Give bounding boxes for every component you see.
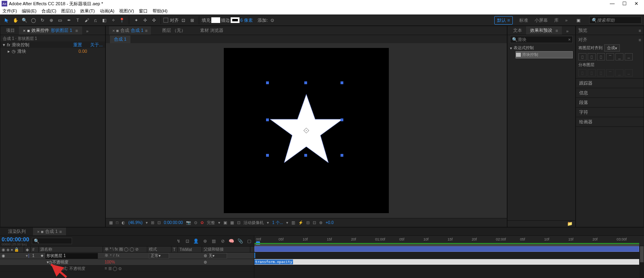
handle-bm[interactable]	[304, 154, 307, 157]
zoom-tool[interactable]: 🔍	[21, 17, 28, 24]
menu-animation[interactable]: 动画(A)	[100, 8, 115, 14]
workspace-overflow-icon[interactable]: »	[565, 18, 568, 23]
info-panel[interactable]: 信息	[576, 88, 644, 98]
render-queue-tab[interactable]: 渲染队列	[4, 228, 30, 235]
snap-ext-icon[interactable]: ⊞	[188, 17, 196, 24]
help-search[interactable]: 🔍 搜索帮助	[589, 17, 642, 24]
align-vcenter-button[interactable]: ⎯	[615, 53, 623, 60]
attachment-icon[interactable]: 📎	[237, 238, 244, 244]
show-snapshot-icon[interactable]: ⊙	[194, 220, 197, 225]
alpha-icon[interactable]: ◐	[122, 220, 125, 225]
comp-subtab[interactable]: 合成 1	[110, 35, 130, 43]
ep-folder-icon[interactable]: 📁	[567, 221, 573, 226]
handle-tl[interactable]	[266, 81, 269, 84]
hand-tool[interactable]: ✋	[12, 17, 19, 24]
stamp-tool[interactable]: ⎌	[92, 17, 99, 24]
handle-tr[interactable]	[341, 81, 343, 84]
twirl-closed-icon[interactable]: ▸	[8, 49, 10, 54]
align-bottom-button[interactable]: ⎽	[625, 53, 633, 60]
align-right-button[interactable]: ⌷	[597, 53, 605, 60]
composition-canvas[interactable]	[224, 48, 389, 213]
align-left-button[interactable]: ⌷	[578, 53, 586, 60]
dist-3[interactable]: ⌷	[597, 69, 605, 77]
expression-row[interactable]: 表达式: 不透明度 = ☰ ◯ ⊙	[0, 266, 254, 272]
panel-overflow-icon[interactable]: »	[82, 27, 93, 35]
align-panel-title[interactable]: 对齐	[578, 37, 587, 43]
stroke-width[interactable]: 6 像素	[240, 17, 253, 23]
text-tool[interactable]: T	[74, 17, 81, 24]
ep-group-expression-controls[interactable]: ▾表达式控制	[510, 45, 573, 51]
effect-reset-link[interactable]: 重置	[73, 42, 82, 48]
video-toggle-icon[interactable]: ◉	[2, 253, 5, 258]
anchor-tool[interactable]: ⊕	[47, 17, 55, 24]
time-ruler[interactable]: 00f 05f 10f 15f 20f 01:00f 05f 10f 15f 2…	[254, 236, 644, 246]
timeline-sync-icon[interactable]: ⊟	[306, 220, 310, 225]
zoom-level[interactable]: (46.9%)	[128, 220, 142, 225]
view-layout-dropdown[interactable]: 1 个...	[272, 220, 283, 226]
color-mgmt-icon[interactable]: ✿	[200, 220, 204, 225]
snapping-checkbox[interactable]	[163, 18, 168, 23]
character-panel[interactable]: 字符	[576, 108, 644, 117]
menu-edit[interactable]: 编辑(E)	[22, 8, 37, 14]
layer-tab[interactable]: 图层 （无）	[159, 26, 189, 35]
dist-4[interactable]: ⎺	[606, 69, 614, 77]
project-tab[interactable]: 项目	[2, 26, 19, 35]
preview-menu-icon[interactable]: ≡	[639, 28, 641, 33]
add-menu-icon[interactable]: ⊙	[268, 17, 276, 24]
layer-switches[interactable]: 单 * / fx	[105, 253, 120, 258]
resolution-icon[interactable]: ⊞	[151, 220, 154, 225]
fx-switches-icon[interactable]: ⊛	[202, 238, 208, 244]
composition-tab[interactable]: × ■ 合成 合成 1 ≡	[109, 26, 151, 35]
layer-name-input[interactable]: 形状图层 1	[45, 253, 98, 259]
handle-bl[interactable]	[266, 154, 269, 157]
brush-tool[interactable]: 🖌	[83, 17, 90, 24]
handle-br[interactable]	[341, 154, 343, 157]
paint-panel[interactable]: 绘画器	[576, 117, 644, 127]
transparency-grid-icon[interactable]: ▦	[230, 220, 234, 225]
snap-edge-icon[interactable]: ⊡	[180, 17, 187, 24]
dist-6[interactable]: ⎽	[625, 69, 633, 77]
orbit-tool[interactable]: ◯	[30, 17, 37, 24]
dist-5[interactable]: ⎯	[615, 69, 623, 77]
handle-tm[interactable]	[304, 81, 307, 84]
mask-mode-icon[interactable]: □	[116, 220, 118, 225]
expr-pickwhip-icon[interactable]: ⊚	[204, 260, 207, 264]
motion-blur-icon[interactable]: ⊘	[219, 238, 226, 244]
minimize-button[interactable]: —	[606, 1, 618, 6]
effects-search-input[interactable]: 🔍 滑块 ×	[510, 36, 573, 43]
menu-composition[interactable]: 合成(C)	[41, 8, 56, 14]
selection-tool[interactable]	[3, 17, 10, 24]
workspace-reset-icon[interactable]: ▣	[575, 17, 582, 24]
footage-tab[interactable]: 素材 浏览器	[197, 26, 227, 35]
align-hcenter-button[interactable]: ⌷	[588, 53, 596, 60]
world-axis-icon[interactable]: ✢	[141, 17, 149, 24]
effect-slider-control[interactable]: ▾ fx 滑块控制 重置 关于...	[0, 41, 105, 48]
expression-text[interactable]: transform.opacity	[254, 259, 293, 264]
preview-panel-title[interactable]: 预览	[578, 27, 587, 33]
menu-view[interactable]: 视图(V)	[119, 8, 134, 14]
expression-controls-icons[interactable]: = ☰ ◯ ⊙	[103, 266, 147, 272]
active-camera-dropdown[interactable]: 活动摄像机	[244, 220, 264, 226]
col-source-name[interactable]: 源名称	[39, 247, 103, 252]
dist-1[interactable]: ⌷	[578, 69, 586, 77]
scroll-thumb[interactable]	[640, 246, 644, 262]
opacity-value[interactable]: 100%	[105, 260, 115, 264]
snapshot-icon[interactable]: 📷	[186, 220, 191, 225]
timeline-vscroll[interactable]	[640, 246, 644, 278]
menu-help[interactable]: 帮助(H)	[153, 8, 167, 14]
draft3d-icon[interactable]: ⊡	[184, 238, 190, 244]
brain-icon[interactable]: 🧠	[228, 238, 235, 244]
workspace-small[interactable]: 小屏幕	[535, 17, 548, 23]
expression-field-track[interactable]: transform.opacity	[254, 259, 639, 265]
pen-tool[interactable]: ✒	[65, 17, 72, 24]
viewer-timecode[interactable]: 0:00:00:00	[164, 220, 183, 225]
effect-about-link[interactable]: 关于...	[90, 42, 103, 48]
effects-presets-tab[interactable]: 效果和预设 ≡	[526, 26, 562, 35]
paragraph-panel[interactable]: 段落	[576, 98, 644, 108]
handle-mr[interactable]	[341, 118, 343, 121]
3d-view-icon[interactable]: ⊡	[237, 220, 240, 225]
parent-dropdown[interactable]: 无 ▾	[207, 253, 227, 259]
stopwatch-icon[interactable]: ◷	[12, 49, 16, 54]
workspace-default[interactable]: 默认 ≡	[494, 16, 512, 25]
stroke-swatch[interactable]	[231, 17, 239, 23]
